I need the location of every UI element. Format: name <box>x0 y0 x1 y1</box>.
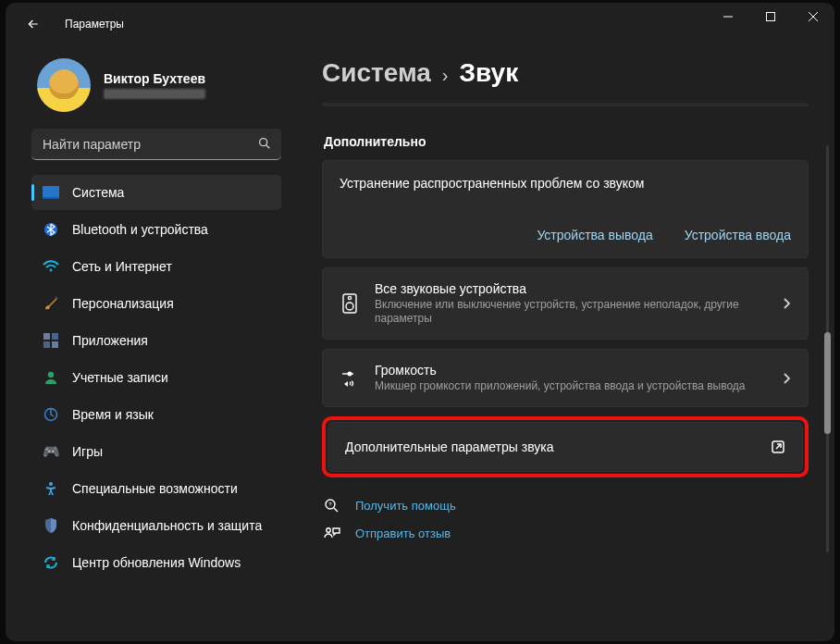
maximize-icon <box>766 12 775 21</box>
svg-point-16 <box>49 482 53 486</box>
maximize-button[interactable] <box>749 3 792 31</box>
nav-label: Персонализация <box>72 296 174 311</box>
accessibility-icon <box>43 480 59 497</box>
svg-rect-6 <box>43 186 59 197</box>
nav-item-apps[interactable]: Приложения <box>31 323 281 358</box>
account-icon <box>43 369 59 386</box>
arrow-left-icon <box>26 17 41 31</box>
svg-text:?: ? <box>328 502 332 507</box>
svg-line-5 <box>266 145 270 149</box>
link-label: Отправить отзыв <box>355 526 451 540</box>
input-devices-link[interactable]: Устройства ввода <box>685 228 791 242</box>
nav-item-personalization[interactable]: Персонализация <box>31 286 281 321</box>
back-button[interactable] <box>19 9 48 39</box>
search-input[interactable] <box>31 129 281 160</box>
nav-item-time-language[interactable]: Время и язык <box>31 397 281 432</box>
user-email <box>104 89 205 99</box>
troubleshoot-card: Устранение распространенных проблем со з… <box>322 160 809 258</box>
feedback-icon <box>324 526 340 540</box>
nav-item-windows-update[interactable]: Центр обновления Windows <box>31 545 281 580</box>
nav-label: Система <box>72 185 124 200</box>
nav-label: Bluetooth и устройства <box>72 222 208 237</box>
sidebar: Виктор Бухтеев Система Bluetooth и устро… <box>6 45 292 641</box>
open-external-icon <box>771 440 785 454</box>
mixer-icon <box>340 370 360 387</box>
volume-mixer-card[interactable]: Громкость Микшер громкости приложений, у… <box>322 349 809 407</box>
svg-rect-13 <box>52 341 58 348</box>
svg-rect-11 <box>52 333 58 340</box>
troubleshoot-title: Устранение распространенных проблем со з… <box>340 176 791 191</box>
svg-point-18 <box>346 303 353 310</box>
nav-item-system[interactable]: Система <box>31 175 281 210</box>
svg-rect-1 <box>767 13 775 21</box>
output-devices-link[interactable]: Устройства вывода <box>537 228 652 242</box>
search-box[interactable] <box>31 129 281 160</box>
svg-point-19 <box>348 296 351 299</box>
get-help-link[interactable]: ? Получить помощь <box>324 498 809 513</box>
nav-label: Игры <box>72 444 103 459</box>
divider <box>322 103 809 106</box>
breadcrumb: Система › Звук <box>322 58 809 88</box>
svg-point-14 <box>48 372 54 378</box>
minimize-icon <box>723 12 733 21</box>
card-title: Дополнительные параметры звука <box>345 440 771 454</box>
nav-item-privacy[interactable]: Конфиденциальность и защита <box>31 508 281 543</box>
apps-icon <box>43 332 59 349</box>
minimize-button[interactable] <box>707 3 749 31</box>
card-title: Все звуковые устройства <box>375 281 767 296</box>
close-icon <box>809 12 818 21</box>
search-icon <box>257 136 272 151</box>
more-sound-settings-card[interactable]: Дополнительные параметры звука <box>327 422 803 472</box>
user-name: Виктор Бухтеев <box>104 71 205 86</box>
scrollbar-thumb[interactable] <box>824 332 831 434</box>
nav-label: Учетные записи <box>72 370 168 385</box>
nav-item-network[interactable]: Сеть и Интернет <box>31 249 281 284</box>
window-controls <box>707 3 834 31</box>
titlebar: Параметры <box>6 3 834 45</box>
nav-label: Центр обновления Windows <box>72 555 241 570</box>
feedback-link[interactable]: Отправить отзыв <box>324 526 809 540</box>
shield-icon <box>43 517 59 534</box>
svg-point-9 <box>50 269 53 272</box>
speaker-icon <box>340 293 360 314</box>
brush-icon <box>43 295 59 312</box>
chevron-right-icon <box>782 372 791 385</box>
nav-label: Конфиденциальность и защита <box>72 518 262 533</box>
nav-item-accessibility[interactable]: Специальные возможности <box>31 471 281 506</box>
wifi-icon <box>43 258 59 275</box>
help-links: ? Получить помощь Отправить отзыв <box>322 498 809 540</box>
section-label: Дополнительно <box>324 134 809 149</box>
breadcrumb-current: Звук <box>460 58 519 88</box>
nav-list: Система Bluetooth и устройства Сеть и Ин… <box>17 175 281 580</box>
card-title: Громкость <box>375 363 767 378</box>
bluetooth-icon <box>43 221 59 238</box>
nav-item-gaming[interactable]: 🎮 Игры <box>31 434 281 469</box>
window-title: Параметры <box>65 18 124 31</box>
help-icon: ? <box>324 498 340 513</box>
close-button[interactable] <box>792 3 834 31</box>
user-block[interactable]: Виктор Бухтеев <box>17 55 281 129</box>
all-devices-card[interactable]: Все звуковые устройства Включение или вы… <box>322 267 809 340</box>
link-label: Получить помощь <box>355 499 456 513</box>
svg-rect-7 <box>43 197 59 199</box>
chevron-right-icon: › <box>442 65 449 86</box>
nav-label: Специальные возможности <box>72 481 238 496</box>
nav-label: Время и язык <box>72 407 154 422</box>
nav-item-bluetooth[interactable]: Bluetooth и устройства <box>31 212 281 247</box>
breadcrumb-parent[interactable]: Система <box>322 58 431 88</box>
main-panel: Система › Звук Дополнительно Устранение … <box>292 45 834 641</box>
card-desc: Микшер громкости приложений, устройства … <box>375 379 767 393</box>
highlight-box: Дополнительные параметры звука <box>322 416 809 477</box>
chevron-right-icon <box>782 297 791 310</box>
svg-point-21 <box>348 372 352 376</box>
card-desc: Включение или выключение устройств, устр… <box>375 298 767 326</box>
nav-label: Сеть и Интернет <box>72 259 172 274</box>
nav-item-accounts[interactable]: Учетные записи <box>31 360 281 395</box>
avatar <box>37 58 91 112</box>
nav-label: Приложения <box>72 333 148 348</box>
svg-point-4 <box>260 139 267 146</box>
svg-rect-12 <box>43 341 50 348</box>
svg-point-25 <box>327 528 330 532</box>
svg-rect-10 <box>43 333 50 340</box>
display-icon <box>43 184 59 201</box>
